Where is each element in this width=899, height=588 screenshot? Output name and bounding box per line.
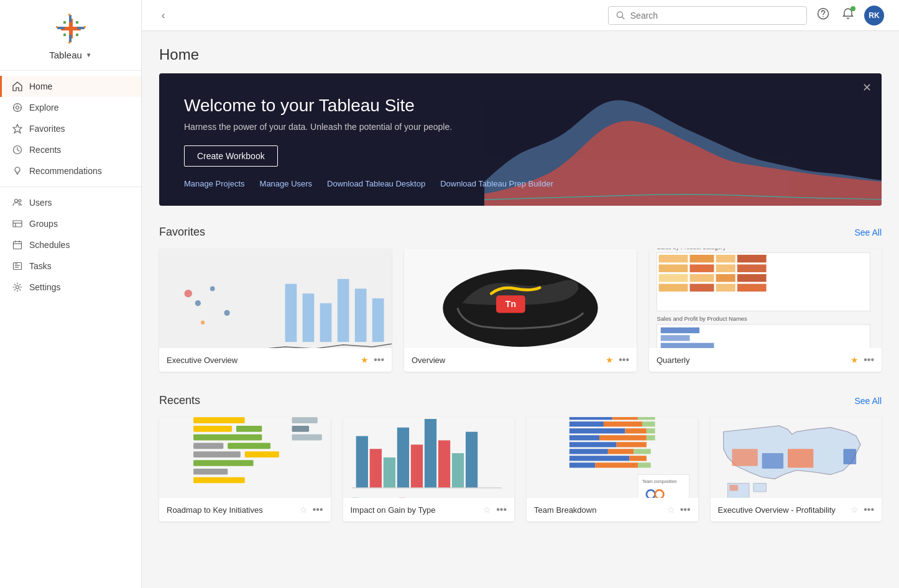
svg-rect-70 [737,264,767,272]
favorites-section-title: Favorites [159,226,205,239]
card-actions-executive-overview: ★ ••• [361,354,384,365]
card-star-overview[interactable]: ★ [606,355,614,365]
svg-rect-51 [320,303,332,342]
svg-rect-9 [76,34,78,36]
card-star-exec-profitability[interactable]: ☆ [851,505,859,515]
svg-rect-146 [732,449,757,466]
sidebar-item-recommendations[interactable]: Recommendations [0,160,141,181]
brand-switcher[interactable]: Tableau ▼ [49,50,91,60]
card-executive-overview[interactable]: Executive Overview [159,249,392,372]
manage-projects-link[interactable]: Manage Projects [184,179,245,188]
card-star-roadmap[interactable]: ☆ [300,505,308,515]
card-overview[interactable]: Tn Overview ★ ••• [404,249,637,372]
page-content: Home ✕ Welcome to your Tableau Site Harn… [142,31,899,551]
welcome-banner: ✕ Welcome to your Tableau Site Harness t… [159,73,882,206]
favorites-see-all-link[interactable]: See All [854,227,882,237]
card-actions-overview: ★ ••• [606,354,629,365]
svg-rect-129 [647,435,655,440]
svg-rect-77 [716,284,735,292]
svg-rect-131 [617,442,647,447]
brand-chevron-icon: ▼ [86,52,92,58]
sidebar-item-groups[interactable]: Groups [0,213,141,234]
svg-rect-54 [372,298,384,342]
svg-rect-83 [661,343,714,348]
svg-rect-98 [292,417,318,423]
home-icon [12,81,23,92]
card-team-breakdown[interactable]: Team breakdown [527,417,698,521]
sidebar-item-favorites[interactable]: Favorites [0,118,141,139]
sidebar-item-recents[interactable]: Recents [0,139,141,160]
svg-rect-107 [410,444,422,487]
sidebar-item-home[interactable]: Home [0,76,141,97]
card-more-roadmap[interactable]: ••• [313,504,323,515]
card-impact-gain[interactable]: Series A Series B Impact on Gain by Type… [343,417,515,521]
sidebar-item-users[interactable]: Users [0,192,141,213]
svg-rect-130 [569,442,617,447]
card-footer-exec-profitability: Executive Overview - Profitability ☆ ••• [711,498,882,521]
svg-rect-71 [659,274,688,282]
sidebar-item-tasks[interactable]: Tasks [0,255,141,277]
card-thumbnail-impact-gain: Series A Series B [343,417,515,498]
svg-point-24 [15,200,18,203]
search-box[interactable] [608,6,807,25]
svg-rect-153 [753,483,766,492]
card-more-quarterly[interactable]: ••• [864,354,874,365]
card-star-team-breakdown[interactable]: ☆ [667,505,675,515]
svg-rect-73 [716,274,735,282]
svg-point-41 [823,16,824,17]
card-more-overview[interactable]: ••• [619,354,629,365]
card-quarterly[interactable]: Product Dit Wabmen Sales by Product Cate… [649,249,882,372]
search-icon [616,11,625,21]
favorites-section-header: Favorites See All [159,226,882,239]
help-button[interactable] [814,5,832,25]
create-workbook-button[interactable]: Create Workbook [184,145,278,167]
settings-icon [12,282,23,293]
card-star-quarterly[interactable]: ★ [851,355,859,365]
notifications-button[interactable] [839,5,857,25]
svg-rect-6 [63,21,66,24]
card-footer-team-breakdown: Team Breakdown ☆ ••• [527,498,698,521]
card-more-exec-profitability[interactable]: ••• [864,504,874,515]
recents-see-all-link[interactable]: See All [854,396,882,406]
sidebar-item-explore[interactable]: Explore [0,97,141,118]
card-name-overview: Overview [412,356,445,365]
search-input[interactable] [630,11,799,21]
svg-rect-132 [569,449,608,454]
nav-divider [0,186,141,187]
svg-rect-118 [569,417,612,420]
sidebar-item-explore-label: Explore [29,103,58,113]
svg-point-46 [224,310,229,316]
svg-rect-69 [716,264,735,272]
manage-users-link[interactable]: Manage Users [260,179,313,188]
sidebar-item-recommendations-label: Recommendations [29,166,102,176]
avatar[interactable]: RK [864,6,884,25]
svg-rect-94 [245,451,279,457]
svg-rect-119 [612,417,638,420]
svg-point-37 [16,286,19,289]
tableau-logo-icon [55,12,87,45]
sidebar-item-schedules[interactable]: Schedules [0,234,141,255]
card-more-team-breakdown[interactable]: ••• [680,504,691,515]
sidebar-item-tasks-label: Tasks [29,261,52,271]
sidebar: Tableau ▼ Home Explore [0,0,142,588]
card-star-executive-overview[interactable]: ★ [361,355,369,365]
card-name-roadmap: Roadmap to Key Initiatives [167,505,263,515]
svg-rect-52 [338,279,349,342]
card-thumbnail-quarterly: Product Dit Wabmen Sales by Product Cate… [649,249,882,348]
sidebar-header: Tableau ▼ [0,0,141,71]
card-thumbnail-team-breakdown: Team breakdown [527,417,698,498]
collapse-sidebar-button[interactable]: ‹ [157,7,170,24]
sidebar-navigation: Home Explore Favorites Rec [0,71,141,588]
card-actions-impact-gain: ☆ ••• [483,504,507,515]
card-star-impact-gain[interactable]: ☆ [483,505,491,515]
card-more-executive-overview[interactable]: ••• [374,354,384,365]
banner-subtitle: Harness the power of your data. Unleash … [184,122,857,132]
download-prep-link[interactable]: Download Tableau Prep Builder [440,179,553,188]
download-desktop-link[interactable]: Download Tableau Desktop [327,179,425,188]
card-roadmap[interactable]: Roadmap to Key Initiatives [159,417,331,521]
svg-rect-63 [659,255,688,262]
svg-point-38 [617,12,622,17]
sidebar-item-settings[interactable]: Settings [0,277,141,298]
card-more-impact-gain[interactable]: ••• [496,504,507,515]
card-exec-profitability[interactable]: Executive Overview - Profitability [711,417,882,521]
